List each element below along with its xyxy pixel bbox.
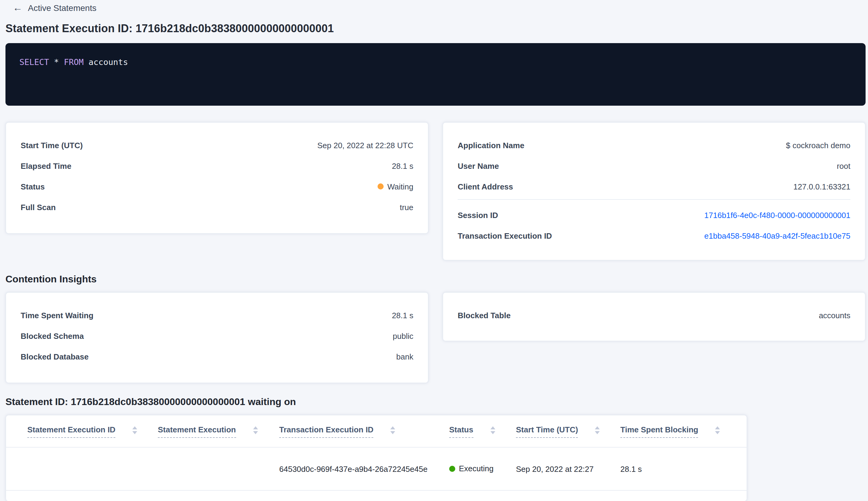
status-value: Waiting xyxy=(387,182,413,191)
row-elapsed-time: Elapsed Time 28.1 s xyxy=(6,156,428,176)
full-scan-label: Full Scan xyxy=(21,203,56,212)
sql-star: * xyxy=(54,57,59,67)
client-address-label: Client Address xyxy=(458,182,513,191)
cell-status: Executing xyxy=(449,464,516,474)
sort-icon[interactable] xyxy=(715,426,720,436)
column-header-label[interactable]: Time Spent Blocking xyxy=(620,425,698,438)
row-blocked-schema: Blocked Schema public xyxy=(6,326,428,346)
row-blocked-table: Blocked Table accounts xyxy=(443,305,865,326)
column-header-transaction-execution-id[interactable]: Transaction Execution ID xyxy=(279,425,449,438)
elapsed-time-label: Elapsed Time xyxy=(21,161,71,170)
sort-icon[interactable] xyxy=(253,426,258,436)
status-badge: Waiting xyxy=(378,182,413,191)
cell-status-value: Executing xyxy=(459,464,493,473)
sql-table-name: accounts xyxy=(89,57,128,67)
column-header-start-time[interactable]: Start Time (UTC) xyxy=(516,425,620,438)
blocked-table-label: Blocked Table xyxy=(458,311,510,320)
client-address-value: 127.0.0.1:63321 xyxy=(793,182,850,191)
status-label: Status xyxy=(21,182,45,191)
sql-keyword-from: FROM xyxy=(64,57,84,67)
row-status: Status Waiting xyxy=(6,176,428,197)
column-header-label[interactable]: Start Time (UTC) xyxy=(516,425,578,438)
session-id-link[interactable]: 1716b1f6-4e0c-f480-0000-000000000001 xyxy=(704,211,850,220)
column-header-label[interactable]: Transaction Execution ID xyxy=(279,425,373,438)
sort-icon[interactable] xyxy=(490,426,495,436)
table-row: 64530d0c-969f-437e-a9b4-26a72245e45e Exe… xyxy=(6,448,747,491)
waiting-statements-table: Statement Execution ID Statement Executi… xyxy=(6,415,747,501)
column-header-statement-execution[interactable]: Statement Execution xyxy=(158,425,279,438)
full-scan-value: true xyxy=(400,203,413,212)
column-header-label[interactable]: Statement Execution xyxy=(158,425,236,438)
application-name-label: Application Name xyxy=(458,141,524,150)
sort-icon[interactable] xyxy=(595,426,600,436)
breadcrumb-label: Active Statements xyxy=(28,2,97,13)
blocked-table-value: accounts xyxy=(819,311,850,320)
statement-overview-card: Start Time (UTC) Sep 20, 2022 at 22:28 U… xyxy=(6,122,428,234)
active-statement-details-page: ← Active Statements Statement Execution … xyxy=(0,0,868,501)
column-header-time-spent-blocking[interactable]: Time Spent Blocking xyxy=(620,425,730,438)
contention-details-card: Time Spent Waiting 28.1 s Blocked Schema… xyxy=(6,292,428,383)
application-name-value: $ cockroach demo xyxy=(786,141,850,150)
sql-keyword-select: SELECT xyxy=(19,57,49,67)
user-name-label: User Name xyxy=(458,161,499,170)
card-divider xyxy=(458,199,850,200)
elapsed-time-value: 28.1 s xyxy=(392,161,413,170)
time-spent-waiting-value: 28.1 s xyxy=(392,311,413,320)
table-header-row: Statement Execution ID Statement Executi… xyxy=(6,415,747,448)
sql-statement-text: SELECT * FROM accounts xyxy=(19,56,866,67)
waiting-on-heading: Statement ID: 1716b218dc0b38380000000000… xyxy=(6,396,866,407)
row-transaction-execution-id: Transaction Execution ID e1bba458-5948-4… xyxy=(443,225,865,246)
column-header-label[interactable]: Status xyxy=(449,425,473,438)
back-arrow-icon: ← xyxy=(13,2,22,13)
waiting-status-dot-icon xyxy=(378,183,384,190)
user-name-value: root xyxy=(837,161,850,170)
cell-transaction-execution-id: 64530d0c-969f-437e-a9b4-26a72245e45e xyxy=(279,464,449,473)
row-full-scan: Full Scan true xyxy=(6,197,428,217)
row-application-name: Application Name $ cockroach demo xyxy=(443,135,865,156)
row-blocked-database: Blocked Database bank xyxy=(6,346,428,367)
column-header-status[interactable]: Status xyxy=(449,425,516,438)
session-details-card: Application Name $ cockroach demo User N… xyxy=(443,122,866,260)
transaction-execution-id-link[interactable]: e1bba458-5948-40a9-a42f-5feac1b10e75 xyxy=(704,231,850,240)
row-user-name: User Name root xyxy=(443,156,865,176)
page-title: Statement Execution ID: 1716b218dc0b3838… xyxy=(6,22,866,35)
start-time-value: Sep 20, 2022 at 22:28 UTC xyxy=(317,141,413,150)
sort-icon[interactable] xyxy=(132,426,137,436)
sort-icon[interactable] xyxy=(391,426,395,436)
blocked-schema-label: Blocked Schema xyxy=(21,331,84,340)
breadcrumb-back-active-statements[interactable]: ← Active Statements xyxy=(13,2,97,13)
blocked-schema-value: public xyxy=(393,331,413,340)
start-time-label: Start Time (UTC) xyxy=(21,141,83,150)
row-session-id: Session ID 1716b1f6-4e0c-f480-0000-00000… xyxy=(443,205,865,225)
transaction-execution-id-label: Transaction Execution ID xyxy=(458,231,552,240)
blocked-database-value: bank xyxy=(397,352,413,361)
blocked-database-label: Blocked Database xyxy=(21,352,89,361)
row-client-address: Client Address 127.0.0.1:63321 xyxy=(443,176,865,197)
row-start-time: Start Time (UTC) Sep 20, 2022 at 22:28 U… xyxy=(6,135,428,156)
column-header-statement-execution-id[interactable]: Statement Execution ID xyxy=(27,425,158,438)
time-spent-waiting-label: Time Spent Waiting xyxy=(21,311,94,320)
cell-start-time: Sep 20, 2022 at 22:27 xyxy=(516,464,620,473)
row-time-spent-waiting: Time Spent Waiting 28.1 s xyxy=(6,305,428,326)
executing-status-dot-icon xyxy=(449,466,455,472)
sql-statement-box: SELECT * FROM accounts xyxy=(6,43,866,106)
cell-time-spent-blocking: 28.1 s xyxy=(620,464,730,473)
session-id-label: Session ID xyxy=(458,211,498,220)
blocked-table-card: Blocked Table accounts xyxy=(443,292,866,341)
column-header-label[interactable]: Statement Execution ID xyxy=(27,425,115,438)
contention-insights-heading: Contention Insights xyxy=(6,274,866,285)
table-footer-space xyxy=(6,491,747,501)
